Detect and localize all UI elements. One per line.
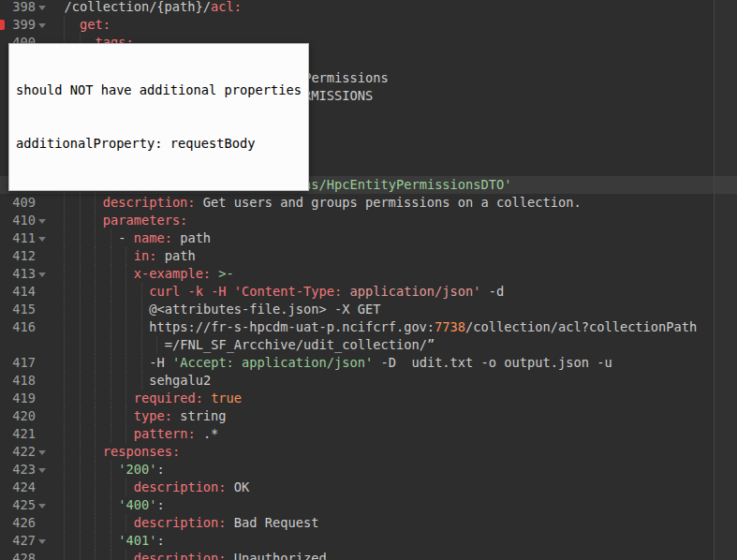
code-text: type: string xyxy=(134,407,227,425)
code-line[interactable]: 416https://fr-s-hpcdm-uat-p.ncifcrf.gov:… xyxy=(0,318,737,336)
indent-guide-line xyxy=(95,229,96,247)
indent-guide-line xyxy=(141,336,142,354)
code-line[interactable]: 399get: xyxy=(0,16,737,34)
code-editor[interactable]: 398/collection/{path}/acl:399get:400tags… xyxy=(0,0,737,560)
indent-guide-line xyxy=(111,425,111,443)
code-line[interactable]: 423'200': xyxy=(0,461,737,479)
indent-guide-line xyxy=(95,550,96,560)
indent-guide-line xyxy=(125,550,126,560)
code-token-key: type: xyxy=(134,408,172,423)
code-line[interactable]: 417-H 'Accept: application/json' -D udit… xyxy=(0,354,737,372)
code-line[interactable]: 427'401': xyxy=(0,532,737,550)
indent-guide-line xyxy=(80,301,81,318)
indent-guide-line xyxy=(95,425,96,443)
line-number: 412 xyxy=(0,247,36,265)
line-number xyxy=(0,336,36,354)
indent-guide-line xyxy=(111,265,111,283)
indent-guide-line xyxy=(64,336,65,354)
indent-guide-line xyxy=(64,229,65,247)
code-text: @<attributes-file.json> -X GET xyxy=(149,301,380,318)
code-line[interactable]: 420type: string xyxy=(0,407,737,425)
code-line[interactable]: 411- name: path xyxy=(0,229,737,247)
code-token-key: responses: xyxy=(103,444,180,459)
indent-guide-line xyxy=(64,479,65,496)
line-number: 416 xyxy=(0,318,36,336)
fold-arrow-icon[interactable] xyxy=(38,237,46,242)
code-line[interactable]: 422responses: xyxy=(0,443,737,461)
code-token-key: description: xyxy=(134,515,227,530)
code-text: - name: path xyxy=(118,229,211,247)
code-line[interactable]: 424description: OK xyxy=(0,479,737,496)
code-line[interactable]: 421pattern: .* xyxy=(0,425,737,443)
code-token-plain: Permissions xyxy=(303,70,389,85)
indent-guide-line xyxy=(64,194,65,212)
indent-guide-line xyxy=(95,372,96,390)
indent-guide-line xyxy=(111,532,111,550)
indent-guide-line xyxy=(111,390,111,407)
line-number: 427 xyxy=(0,532,36,550)
code-line[interactable]: 409description: Get users and groups per… xyxy=(0,194,737,212)
indent-guide-line xyxy=(80,407,81,425)
code-token-plain: =/FNL_SF_Arcchive/udit_collection/” xyxy=(165,337,435,352)
indent-guide-line xyxy=(141,301,142,318)
fold-arrow-icon[interactable] xyxy=(38,539,46,544)
code-token-string: '400' xyxy=(118,497,156,512)
indent-guide-line xyxy=(95,532,96,550)
code-line[interactable]: =/FNL_SF_Arcchive/udit_collection/” xyxy=(0,336,737,354)
fold-arrow-icon[interactable] xyxy=(38,273,46,277)
code-line[interactable]: 419required: true xyxy=(0,390,737,407)
code-line[interactable]: 415@<attributes-file.json> -X GET xyxy=(0,301,737,318)
code-text: '401': xyxy=(118,532,164,550)
code-token-key: description: xyxy=(134,479,227,494)
code-token-key: parameters: xyxy=(103,213,188,228)
indent-guide-line xyxy=(80,265,81,283)
tooltip-detail-line: additionalProperty: requestBody xyxy=(16,135,302,153)
indent-guide-line xyxy=(111,407,111,425)
code-line[interactable]: 425'400': xyxy=(0,496,737,514)
code-token-plain xyxy=(203,391,211,405)
code-text: parameters: xyxy=(103,212,188,229)
indent-guide-line xyxy=(80,194,81,212)
code-text: =/FNL_SF_Arcchive/udit_collection/” xyxy=(165,336,435,354)
indent-guide-line xyxy=(125,336,126,354)
indent-guide-line xyxy=(95,265,96,283)
indent-guide-line xyxy=(64,247,65,265)
code-token-plain: : xyxy=(156,462,164,477)
indent-guide-line xyxy=(64,16,65,34)
code-line[interactable]: 413x-example: >- xyxy=(0,265,737,283)
code-text: description: OK xyxy=(134,479,250,496)
line-number: 419 xyxy=(0,390,36,407)
indent-guide-line xyxy=(64,496,65,514)
code-line[interactable]: 428description: Unauthorized xyxy=(0,550,737,560)
code-text: sehgalu2 xyxy=(149,372,211,390)
tooltip-message-line: should NOT have additional properties xyxy=(16,81,302,99)
fold-arrow-icon[interactable] xyxy=(38,504,46,508)
code-text: required: true xyxy=(134,390,242,407)
code-token-key: in: xyxy=(134,248,157,263)
indent-guide-line xyxy=(125,265,126,283)
code-line[interactable]: 398/collection/{path}/acl: xyxy=(0,0,737,16)
indent-guide-line xyxy=(64,532,65,550)
code-text: description: Bad Request xyxy=(134,514,319,532)
error-marker-icon[interactable] xyxy=(0,20,5,30)
code-line[interactable]: 410parameters: xyxy=(0,212,737,229)
code-line[interactable]: 412in: path xyxy=(0,247,737,265)
indent-guide-line xyxy=(64,514,65,532)
indent-guide-line xyxy=(141,372,142,390)
fold-arrow-icon[interactable] xyxy=(38,219,46,224)
code-token-string: 'Accept: application/json' xyxy=(172,355,373,370)
fold-arrow-icon[interactable] xyxy=(38,23,46,28)
indent-guide-line xyxy=(111,318,111,336)
code-line[interactable]: 414curl -k -H 'Content-Type: application… xyxy=(0,283,737,301)
code-token-plain: https://fr-s-hpcdm-uat-p.ncifcrf.gov: xyxy=(149,319,435,334)
indent-guide-line xyxy=(80,372,81,390)
code-line[interactable]: 426description: Bad Request xyxy=(0,514,737,532)
indent-guide-line xyxy=(125,283,126,301)
fold-arrow-icon[interactable] xyxy=(38,450,46,455)
code-token-key: description: xyxy=(134,551,227,560)
code-line[interactable]: 418sehgalu2 xyxy=(0,372,737,390)
fold-arrow-icon[interactable] xyxy=(38,468,46,473)
indent-guide-line xyxy=(80,425,81,443)
fold-arrow-icon[interactable] xyxy=(38,6,46,10)
indent-guide-line xyxy=(95,194,96,212)
